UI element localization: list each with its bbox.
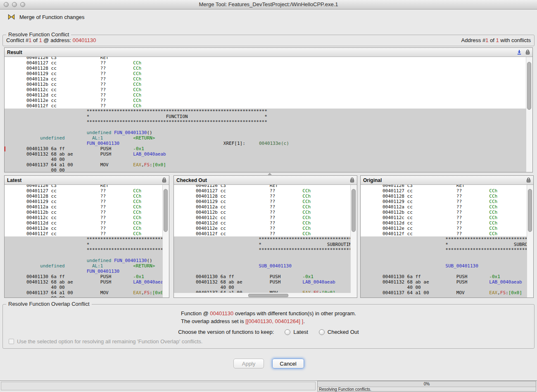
- radio-latest[interactable]: [285, 329, 290, 335]
- listing-row[interactable]: [174, 269, 357, 274]
- listing-row[interactable]: 0040112d cc ?? CCh: [174, 220, 357, 226]
- listing-row[interactable]: 00401128 cc ?? CCh: [5, 66, 532, 71]
- listing-row[interactable]: 0040112a cc ?? CCh: [361, 204, 533, 210]
- listing-row[interactable]: 00401126 c3 RET: [361, 185, 533, 188]
- scrollbar-thumb[interactable]: [527, 62, 531, 110]
- listing-row[interactable]: 0040112c cc ?? CCh: [174, 215, 357, 220]
- listing-row[interactable]: [361, 253, 533, 258]
- listing-row[interactable]: 00401127 cc ?? CCh: [361, 188, 533, 194]
- listing-row[interactable]: 0040112a cc ?? CCh: [174, 204, 357, 210]
- listing-row[interactable]: ****************************************…: [5, 236, 169, 242]
- listing-row[interactable]: undefined FUN_00401130(): [5, 130, 532, 135]
- listing-row[interactable]: FUN_00401130 XREF[1]: 0040133e(c): [5, 269, 169, 274]
- listing-row[interactable]: 0040112a cc ?? CCh: [5, 76, 532, 82]
- listing-row[interactable]: 0040112b cc ?? CCh: [5, 82, 532, 87]
- listing-row[interactable]: [5, 125, 532, 130]
- listing-row[interactable]: 0040112f cc ?? CCh: [174, 231, 357, 236]
- lock-icon[interactable]: [350, 177, 354, 183]
- radio-checked-out-label[interactable]: Checked Out: [328, 329, 359, 335]
- listing-row[interactable]: 0040112e cc ?? CCh: [5, 98, 532, 103]
- radio-latest-label[interactable]: Latest: [293, 329, 308, 335]
- listing-row[interactable]: [5, 253, 169, 258]
- listing-row[interactable]: SUB_00401130: [174, 263, 357, 269]
- scrollbar-thumb[interactable]: [528, 189, 532, 232]
- scrollbar-thumb[interactable]: [164, 189, 168, 232]
- radio-checked-out[interactable]: [319, 329, 325, 335]
- listing-row[interactable]: 00401127 cc ?? CCh: [5, 188, 169, 194]
- listing-row[interactable]: 00 00: [5, 168, 532, 172]
- listing-row[interactable]: FUN_00401130 XREF[1]: 0040133e(c): [5, 141, 532, 146]
- listing-row[interactable]: [174, 253, 357, 258]
- listing-row[interactable]: 00401137 64 a1 00 MOV EAX,FS:[0x0]: [361, 290, 533, 295]
- listing-row[interactable]: 40 00: [361, 285, 533, 290]
- listing-row[interactable]: 0040112f cc ?? CCh: [361, 231, 533, 236]
- listing-row[interactable]: 00 00: [5, 295, 169, 298]
- listing-row[interactable]: 00401127 cc ?? CCh: [174, 188, 357, 194]
- listing-row[interactable]: * SUBROUTINE *: [361, 242, 533, 247]
- listing-row[interactable]: 00401132 68 ab ae PUSH LAB_0040aeab: [5, 279, 169, 285]
- listing-row[interactable]: undefined AL:1 <RETURN>: [5, 263, 169, 269]
- listing-row[interactable]: 00401130 6a ff PUSH -0x1: [5, 274, 169, 279]
- listing-row[interactable]: 00401128 cc ?? CCh: [5, 194, 169, 199]
- lock-icon[interactable]: [162, 177, 166, 183]
- listing-row[interactable]: 0040112e cc ?? CCh: [5, 226, 169, 231]
- listing-row[interactable]: * FUNCTION *: [5, 114, 532, 119]
- apply-to-result-icon[interactable]: [517, 50, 522, 55]
- vertical-scrollbar[interactable]: [350, 185, 357, 298]
- listing-row[interactable]: 00401126 c3 RET: [5, 185, 169, 188]
- listing-row[interactable]: 00401132 68 ab ae PUSH LAB_0040aeab: [361, 279, 533, 285]
- listing-row[interactable]: 40 00: [5, 285, 169, 290]
- horizontal-scrollbar[interactable]: [174, 293, 351, 298]
- listing-row[interactable]: * SUBROUTINE *: [174, 242, 357, 247]
- splitter-handle[interactable]: [268, 173, 272, 175]
- listing-row[interactable]: 00401132 68 ab ae PUSH LAB_0040aeab: [5, 151, 532, 157]
- listing-row[interactable]: 00401132 68 ab ae PUSH LAB_0040aeab: [174, 279, 357, 285]
- listing-row[interactable]: 00401126 c3 RET: [174, 185, 357, 188]
- listing-row[interactable]: 00401126 c3 RET: [5, 57, 532, 60]
- listing-row[interactable]: 00401128 cc ?? CCh: [174, 194, 357, 199]
- listing-row[interactable]: ****************************************…: [5, 247, 169, 253]
- listing-row[interactable]: 0040112c cc ?? CCh: [5, 215, 169, 220]
- lock-icon[interactable]: [526, 177, 531, 183]
- listing-row[interactable]: 00401129 cc ?? CCh: [361, 199, 533, 204]
- listing-row[interactable]: 00401127 cc ?? CCh: [5, 60, 532, 66]
- listing-row[interactable]: 00401128 cc ?? CCh: [361, 194, 533, 199]
- listing-row[interactable]: ****************************************…: [5, 109, 532, 114]
- listing-row[interactable]: 0040112c cc ?? CCh: [361, 215, 533, 220]
- listing-row[interactable]: 0040112b cc ?? CCh: [5, 210, 169, 215]
- vertical-scrollbar[interactable]: [526, 57, 532, 172]
- listing-row[interactable]: 00401137 64 a1 00 MOV EAX,FS:[0x0]: [5, 162, 532, 168]
- listing-row[interactable]: 0040112a cc ?? CCh: [5, 204, 169, 210]
- listing-row[interactable]: [361, 269, 533, 274]
- listing-row[interactable]: 0040112d cc ?? CCh: [361, 220, 533, 226]
- listing-row[interactable]: SUB_00401130: [361, 263, 533, 269]
- listing-row[interactable]: ****************************************…: [174, 236, 357, 242]
- listing-row[interactable]: 0040112f cc ?? CCh: [5, 103, 532, 109]
- listing-row[interactable]: 0040112b cc ?? CCh: [174, 210, 357, 215]
- listing-row[interactable]: 0040112d cc ?? CCh: [5, 220, 169, 226]
- listing-row[interactable]: ****************************************…: [5, 119, 532, 125]
- use-for-all-checkbox[interactable]: [9, 339, 14, 344]
- vertical-scrollbar[interactable]: [162, 185, 169, 298]
- listing-row[interactable]: 0040112b cc ?? CCh: [361, 210, 533, 215]
- listing-row[interactable]: ****************************************…: [361, 247, 533, 253]
- lock-icon[interactable]: [525, 50, 530, 55]
- scrollbar-thumb[interactable]: [352, 189, 356, 232]
- vertical-scrollbar[interactable]: [527, 185, 533, 298]
- cancel-button[interactable]: Cancel: [272, 359, 304, 368]
- listing-row[interactable]: 40 00: [174, 285, 357, 290]
- listing-row[interactable]: 0040112c cc ?? CCh: [5, 87, 532, 92]
- listing-row[interactable]: 00401129 cc ?? CCh: [5, 199, 169, 204]
- listing-row[interactable]: [174, 258, 357, 263]
- listing-row[interactable]: undefined AL:1 <RETURN>: [5, 135, 532, 141]
- listing-row[interactable]: 00401129 cc ?? CCh: [174, 199, 357, 204]
- listing-row[interactable]: 00401130 6a ff PUSH -0x1: [5, 146, 532, 151]
- listing-row[interactable]: ****************************************…: [361, 236, 533, 242]
- listing-row[interactable]: 0040112e cc ?? CCh: [174, 226, 357, 231]
- listing-row[interactable]: [361, 258, 533, 263]
- listing-row[interactable]: 0040112e cc ?? CCh: [361, 226, 533, 231]
- listing-row[interactable]: 00401129 cc ?? CCh: [5, 71, 532, 76]
- listing-row[interactable]: undefined FUN_00401130(): [5, 258, 169, 263]
- listing-row[interactable]: 00401130 6a ff PUSH -0x1: [174, 274, 357, 279]
- listing-row[interactable]: 0040112f cc ?? CCh: [5, 231, 169, 236]
